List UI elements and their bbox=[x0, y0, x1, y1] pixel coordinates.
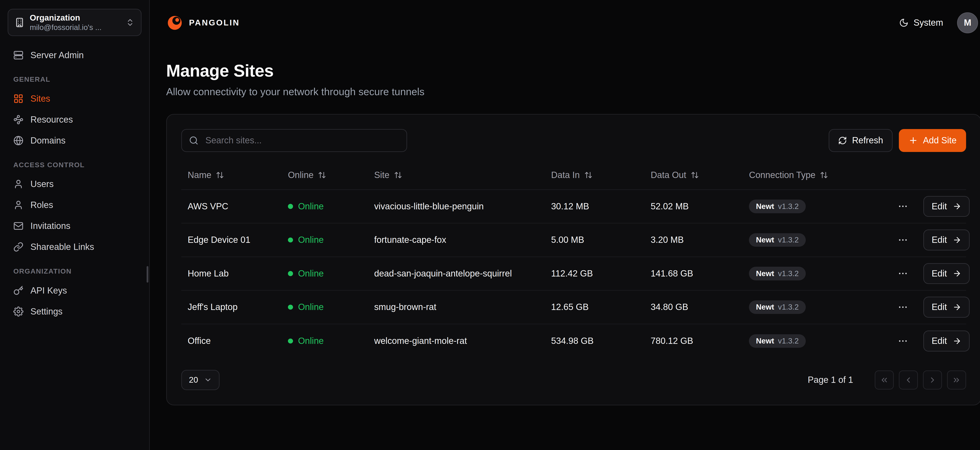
sidebar-item-label: API Keys bbox=[30, 285, 67, 296]
data-out-value: 3.20 MB bbox=[651, 235, 749, 245]
topbar: PANGOLIN System M bbox=[150, 0, 980, 46]
page-subtitle: Allow connectivity to your network throu… bbox=[166, 86, 978, 98]
table-row: Jeff's Laptop Online smug-brown-rat 12.6… bbox=[181, 291, 966, 324]
plus-icon bbox=[908, 136, 918, 145]
column-label: Connection Type bbox=[749, 170, 815, 180]
table-row: Home Lab Online dead-san-joaquin-antelop… bbox=[181, 257, 966, 291]
search-icon bbox=[189, 136, 199, 145]
sidebar-item-resources[interactable]: Resources bbox=[8, 109, 142, 130]
row-actions: Edit bbox=[895, 263, 970, 284]
refresh-button[interactable]: Refresh bbox=[829, 129, 892, 152]
sidebar-item-shareable-links[interactable]: Shareable Links bbox=[8, 237, 142, 257]
connection-type-cell: Newtv1.3.2 bbox=[749, 300, 895, 314]
sidebar-item-settings[interactable]: Settings bbox=[8, 301, 142, 322]
site-name: Jeff's Laptop bbox=[188, 302, 288, 312]
arrow-right-icon bbox=[953, 269, 961, 278]
sidebar-item-invitations[interactable]: Invitations bbox=[8, 216, 142, 236]
site-status: Online bbox=[288, 268, 374, 279]
edit-button[interactable]: Edit bbox=[923, 297, 970, 318]
sidebar-item-users[interactable]: Users bbox=[8, 174, 142, 194]
edit-label: Edit bbox=[932, 302, 947, 312]
site-slug: vivacious-little-blue-penguin bbox=[374, 201, 551, 211]
data-in-value: 30.12 MB bbox=[551, 201, 651, 211]
row-menu-button[interactable] bbox=[895, 299, 911, 315]
site-name: Office bbox=[188, 336, 288, 346]
previous-page-button[interactable] bbox=[899, 371, 918, 390]
column-label: Online bbox=[288, 170, 313, 180]
row-menu-button[interactable] bbox=[895, 198, 911, 214]
layout-grid-icon bbox=[13, 93, 24, 104]
connection-badge: Newtv1.3.2 bbox=[749, 300, 805, 314]
search-input[interactable] bbox=[204, 135, 399, 146]
connection-version: v1.3.2 bbox=[778, 303, 799, 311]
data-out-value: 34.80 GB bbox=[651, 302, 749, 312]
sidebar-item-sites[interactable]: Sites bbox=[8, 89, 142, 109]
theme-toggle-button[interactable]: System bbox=[899, 17, 943, 28]
table-row: AWS VPC Online vivacious-little-blue-pen… bbox=[181, 190, 966, 223]
next-page-button[interactable] bbox=[923, 371, 942, 390]
waypoints-icon bbox=[13, 114, 24, 125]
column-header-name[interactable]: Name bbox=[188, 170, 224, 180]
online-dot-icon bbox=[288, 305, 293, 310]
row-menu-button[interactable] bbox=[895, 333, 911, 349]
edit-button[interactable]: Edit bbox=[923, 230, 970, 250]
status-label: Online bbox=[298, 336, 324, 346]
building-icon bbox=[14, 17, 25, 28]
sites-table: Name Online Site Data In Data Out Connec… bbox=[181, 161, 966, 358]
sidebar-item-label: Server Admin bbox=[30, 50, 84, 60]
connection-version: v1.3.2 bbox=[778, 202, 799, 211]
avatar[interactable]: M bbox=[957, 12, 978, 33]
edit-label: Edit bbox=[932, 268, 947, 279]
page-size-value: 20 bbox=[189, 375, 198, 385]
column-header-data-out[interactable]: Data Out bbox=[651, 170, 699, 180]
table-row: Office Online welcome-giant-mole-rat 534… bbox=[181, 324, 966, 358]
refresh-icon bbox=[838, 136, 847, 145]
connection-name: Newt bbox=[756, 202, 774, 211]
column-header-site[interactable]: Site bbox=[374, 170, 402, 180]
ellipsis-icon bbox=[897, 268, 908, 279]
page-size-select[interactable]: 20 bbox=[181, 370, 220, 390]
edit-button[interactable]: Edit bbox=[923, 331, 970, 352]
data-in-value: 112.42 GB bbox=[551, 268, 651, 279]
add-site-label: Add Site bbox=[923, 135, 956, 146]
sidebar-nav: Server Admin GENERAL Sites Resources Dom… bbox=[8, 45, 142, 322]
connection-type-cell: Newtv1.3.2 bbox=[749, 200, 895, 213]
gear-icon bbox=[13, 306, 24, 317]
chevrons-left-icon bbox=[880, 376, 889, 384]
row-menu-button[interactable] bbox=[895, 266, 911, 282]
site-slug: welcome-giant-mole-rat bbox=[374, 336, 551, 346]
org-switcher-subtitle: milo@fossorial.io's ... bbox=[30, 23, 121, 32]
topbar-right: System M bbox=[899, 12, 978, 33]
column-label: Data Out bbox=[651, 170, 686, 180]
section-label-organization: ORGANIZATION bbox=[8, 258, 142, 280]
sidebar-item-server-admin[interactable]: Server Admin bbox=[8, 45, 142, 65]
data-in-value: 12.65 GB bbox=[551, 302, 651, 312]
moon-icon bbox=[899, 18, 908, 28]
status-label: Online bbox=[298, 268, 324, 279]
sidebar-item-api-keys[interactable]: API Keys bbox=[8, 280, 142, 301]
column-header-data-in[interactable]: Data In bbox=[551, 170, 592, 180]
mail-icon bbox=[13, 221, 24, 231]
org-switcher[interactable]: Organization milo@fossorial.io's ... bbox=[8, 9, 142, 36]
edit-button[interactable]: Edit bbox=[923, 263, 970, 284]
sort-icon bbox=[216, 171, 224, 179]
user-icon bbox=[13, 200, 24, 210]
row-menu-button[interactable] bbox=[895, 232, 911, 248]
last-page-button[interactable] bbox=[947, 371, 966, 390]
column-header-connection-type[interactable]: Connection Type bbox=[749, 170, 828, 180]
site-name: Home Lab bbox=[188, 268, 288, 279]
sidebar-item-roles[interactable]: Roles bbox=[8, 195, 142, 215]
connection-name: Newt bbox=[756, 236, 774, 244]
pangolin-logo-icon bbox=[166, 14, 183, 31]
add-site-button[interactable]: Add Site bbox=[899, 129, 966, 152]
site-slug: dead-san-joaquin-antelope-squirrel bbox=[374, 268, 551, 279]
site-slug: fortunate-cape-fox bbox=[374, 235, 551, 245]
edit-button[interactable]: Edit bbox=[923, 196, 970, 217]
first-page-button[interactable] bbox=[875, 371, 894, 390]
site-status: Online bbox=[288, 201, 374, 211]
chevron-right-icon bbox=[928, 376, 937, 384]
column-header-online[interactable]: Online bbox=[288, 170, 326, 180]
sidebar-item-domains[interactable]: Domains bbox=[8, 130, 142, 151]
site-name: Edge Device 01 bbox=[188, 235, 288, 245]
sidebar-scrollbar-thumb[interactable] bbox=[146, 266, 149, 282]
